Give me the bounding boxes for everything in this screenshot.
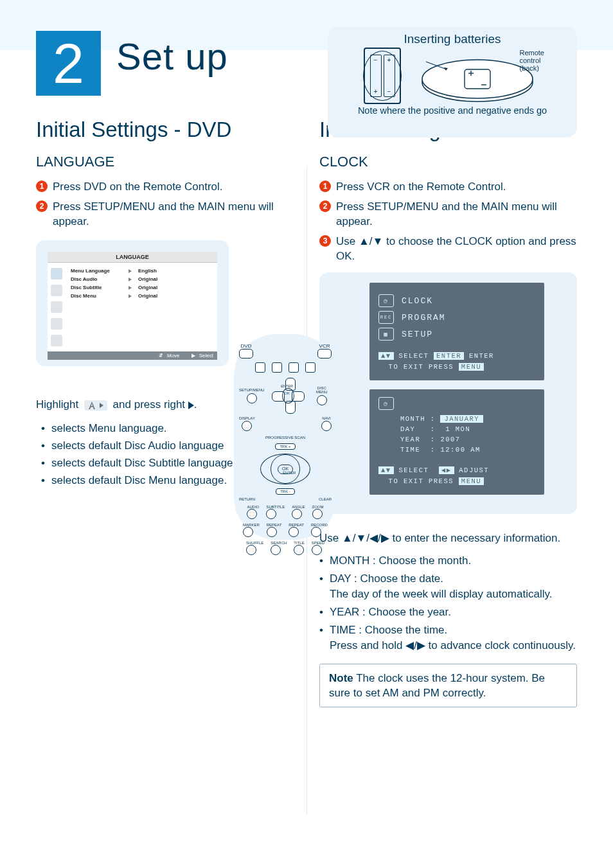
dvd-step-text: Press DVD on the Remote Control. xyxy=(53,179,223,194)
vcr-use-text: Use ▲/▼/◀/▶ to enter the necessary infor… xyxy=(319,531,577,545)
remote-discmenu-label: DISC MENU xyxy=(312,386,332,394)
note-bold: Note xyxy=(329,672,353,684)
text: TIME xyxy=(400,446,420,454)
text: . xyxy=(194,398,197,411)
remote-navi-button xyxy=(321,421,332,431)
remote-back-label: Remote control (back) xyxy=(519,49,544,72)
text: MENU xyxy=(459,477,484,485)
osd-row-label: Disc Menu xyxy=(71,293,122,299)
clock-icon: ◷ xyxy=(378,294,394,307)
language-osd-title: LANGUAGE xyxy=(48,252,217,263)
vcr-subheading: CLOCK xyxy=(319,154,577,170)
vcr-step-text: Press SETUP/MENU and the MAIN menu will … xyxy=(336,199,577,229)
rc-label: ANGLE xyxy=(292,505,305,509)
chevron-right-icon xyxy=(129,269,132,273)
step-badge-2: 2 xyxy=(319,200,331,212)
remote-round-button xyxy=(246,545,256,555)
text: Highlight xyxy=(36,398,82,411)
battery-heading: Inserting batteries xyxy=(337,32,568,46)
text: MONTH xyxy=(400,415,425,423)
language-osd-footer: ⇵ Move ▶ Select xyxy=(48,351,217,360)
vcr-osd-clock-panel: ◷ MONTH : JANUARY DAY : 1 MON YEAR : 200… xyxy=(369,389,544,495)
language-icon-chip xyxy=(84,400,107,411)
remote-round-button xyxy=(266,509,276,519)
remote-small-button xyxy=(272,362,282,373)
remote-small-button xyxy=(255,362,265,373)
vcr-step-text: Use ▲/▼ to choose the CLOCK option and p… xyxy=(336,234,577,263)
dvd-step-2: 2Press SETUP/MENU and the MAIN menu will… xyxy=(36,199,294,229)
bullet-item: MONTH : Choose the month. xyxy=(319,553,577,569)
remote-small-button xyxy=(289,362,299,373)
osd-foot-move: Move xyxy=(164,353,180,359)
text: MENU xyxy=(459,363,484,371)
remote-round-button xyxy=(311,527,321,537)
vcr-sub-bullets: MONTH : Choose the month. DAY : Choose t… xyxy=(319,553,577,653)
bullet-item: DAY : Choose the date. The day of the we… xyxy=(319,571,577,602)
remote-round-button xyxy=(294,545,304,555)
remote-vcr-label: VCR xyxy=(319,343,330,349)
osd-row-value: Original xyxy=(138,293,157,299)
remote-dvd-button xyxy=(239,349,253,359)
osd-side-icon xyxy=(51,335,62,346)
remote-setup-button xyxy=(247,393,257,403)
vcr-column: Initial Settings - VCR CLOCK 1Press VCR … xyxy=(319,118,577,707)
text: ENTER xyxy=(434,352,464,360)
text: and press right xyxy=(113,398,188,411)
osd-row-label: Disc Audio xyxy=(71,276,122,282)
page-header: 2 Set up Inserting batteries −+ +− Remot… xyxy=(36,31,577,96)
language-osd-rows: Menu LanguageEnglish Disc AudioOriginal … xyxy=(66,263,217,351)
remote-trk-minus: TRK - xyxy=(276,488,295,495)
vcr-osd-menu-panel: ◷CLOCK RECPROGRAM ▦SETUP ▲▼ SELECT ENTER… xyxy=(369,283,544,380)
rc-label: SHUFFLE xyxy=(246,541,263,545)
step-badge-1: 1 xyxy=(319,181,331,192)
remote-display-button xyxy=(242,421,252,431)
dvd-step-1: 1Press DVD on the Remote Control. xyxy=(36,179,294,194)
remote-progressive-label: PROGRESSIVE SCAN xyxy=(265,436,305,439)
remote-navi-label: NAVI xyxy=(321,416,332,420)
osd-row-value: Original xyxy=(138,285,157,290)
osd-side-icon xyxy=(51,268,62,279)
vcr-osd-wrap: ◷CLOCK RECPROGRAM ▦SETUP ▲▼ SELECT ENTER… xyxy=(319,272,577,514)
remote-setupmenu-label: SETUP/MENU xyxy=(239,388,264,392)
text: SELECT xyxy=(398,466,429,474)
language-osd-sidebar xyxy=(48,263,66,351)
remote-round-button xyxy=(312,545,322,555)
remote-enter-label: ENTER xyxy=(283,471,296,475)
dvd-heading: Initial Settings - DVD xyxy=(36,118,294,142)
vcr-step-1: 1Press VCR on the Remote Control. xyxy=(319,179,577,194)
text: 1 MON xyxy=(445,425,470,433)
svg-rect-2 xyxy=(465,69,490,89)
text: ENTER xyxy=(469,352,494,360)
battery-cell: +− xyxy=(384,55,395,97)
remote-round-button xyxy=(312,509,323,519)
remote-clear-label: CLEAR xyxy=(319,497,332,501)
osd-row-label: Menu Language xyxy=(71,268,122,274)
remote-discmenu-button xyxy=(317,395,327,405)
battery-compartment-oval: −+ +− xyxy=(363,51,402,101)
step-badge-1: 1 xyxy=(36,181,48,192)
osd-side-icon xyxy=(51,301,62,313)
triangle-right-icon xyxy=(188,402,194,409)
step-number-badge: 2 xyxy=(36,31,101,96)
letter-a-icon xyxy=(88,401,96,410)
step-badge-3: 3 xyxy=(319,235,331,247)
remote-jog-ring: OK ENTER xyxy=(260,454,310,484)
clock-icon: ◷ xyxy=(378,397,394,410)
remote-round-button xyxy=(243,527,253,537)
text: SELECT xyxy=(398,352,429,360)
chevron-right-icon xyxy=(129,286,132,290)
step-badge-2: 2 xyxy=(36,200,48,212)
osd-side-icon xyxy=(51,318,62,330)
rc-label: RECORD xyxy=(311,523,328,527)
remote-return-label: RETURN xyxy=(239,497,255,501)
text: DAY xyxy=(400,425,415,433)
remote-back-label-line: control xyxy=(519,57,540,64)
remote-dpad: OK ENTER xyxy=(271,376,305,415)
remote-round-button xyxy=(292,509,302,519)
dvd-step-text: Press SETUP/MENU and the MAIN menu will … xyxy=(53,199,294,229)
text: 2007 xyxy=(440,436,460,443)
remote-back-label-line: Remote xyxy=(519,49,544,57)
remote-back-illustration: Remote control (back) xyxy=(420,50,542,102)
osd-menu-item: CLOCK xyxy=(402,296,433,306)
battery-compartment: −+ +− xyxy=(364,48,401,104)
